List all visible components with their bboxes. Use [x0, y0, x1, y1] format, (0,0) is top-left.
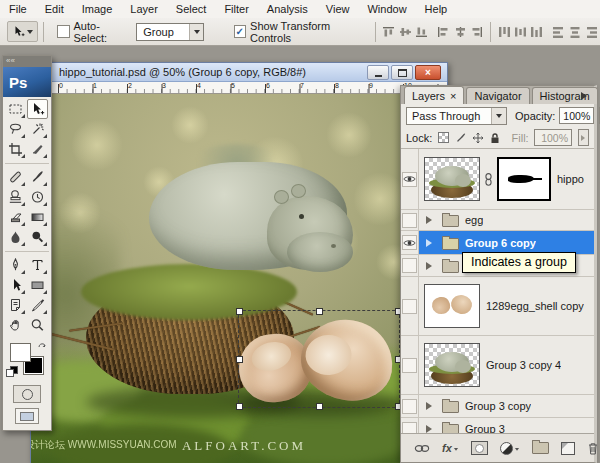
tool-history-brush-button[interactable] — [27, 187, 48, 207]
transform-handle-nw[interactable] — [236, 308, 243, 315]
visibility-toggle[interactable] — [402, 299, 417, 314]
tool-rectangular-marquee-button[interactable] — [5, 99, 26, 119]
fill-slider-button[interactable] — [578, 129, 589, 146]
expand-triangle-icon[interactable] — [426, 239, 436, 247]
new-layer-button[interactable] — [561, 442, 575, 455]
align-top-edges-button[interactable] — [381, 24, 397, 40]
new-group-button[interactable] — [532, 442, 549, 454]
close-button[interactable]: × — [415, 65, 441, 80]
menu-help[interactable]: Help — [416, 0, 457, 18]
align-vertical-centers-button[interactable] — [397, 24, 413, 40]
tool-magic-wand-button[interactable] — [27, 119, 48, 139]
distribute-top-edges-button[interactable] — [496, 24, 512, 40]
lock-transparency-icon[interactable] — [437, 131, 449, 144]
tool-crop-button[interactable] — [5, 139, 26, 159]
tool-clone-stamp-button[interactable] — [5, 187, 26, 207]
link-layers-button[interactable] — [414, 444, 430, 453]
align-left-edges-button[interactable] — [436, 24, 452, 40]
visibility-toggle[interactable] — [402, 235, 417, 250]
auto-select-checkbox[interactable] — [57, 25, 70, 38]
align-bottom-edges-button[interactable] — [414, 24, 430, 40]
expand-triangle-icon[interactable] — [426, 402, 436, 410]
expand-triangle-icon[interactable] — [426, 262, 436, 270]
tab-close-icon[interactable]: × — [450, 90, 456, 102]
tool-dodge-button[interactable] — [27, 227, 48, 247]
opacity-value[interactable]: 100% — [559, 107, 594, 124]
transform-handle-n[interactable] — [316, 308, 323, 315]
tool-shape-button[interactable] — [27, 275, 48, 295]
menu-view[interactable]: View — [317, 0, 359, 18]
visibility-toggle[interactable] — [402, 399, 417, 414]
lock-pixels-icon[interactable] — [455, 131, 467, 144]
visibility-toggle[interactable] — [402, 213, 417, 228]
tool-path-selection-button[interactable] — [5, 275, 26, 295]
foreground-color-swatch[interactable] — [10, 343, 31, 362]
layer-row-eggshell-copy[interactable]: 1289egg_shell copy — [401, 277, 594, 336]
layer-row-group3-copy[interactable]: Group 3 copy — [401, 395, 594, 418]
layer-name[interactable]: 1289egg_shell copy — [486, 300, 584, 312]
menu-window[interactable]: Window — [358, 0, 415, 18]
delete-layer-button[interactable] — [587, 442, 599, 455]
transform-handle-s[interactable] — [316, 403, 323, 410]
tool-move-button[interactable] — [27, 99, 48, 119]
move-tool-preset-button[interactable] — [7, 21, 38, 42]
layer-name[interactable]: Group 6 copy — [465, 237, 536, 249]
transform-bounding-box[interactable] — [238, 310, 400, 408]
visibility-toggle[interactable] — [402, 258, 417, 273]
tool-hand-button[interactable] — [5, 315, 26, 335]
menu-filter[interactable]: Filter — [215, 0, 257, 18]
tool-spot-healing-button[interactable] — [5, 167, 26, 187]
visibility-toggle[interactable] — [402, 172, 417, 187]
layer-name[interactable]: Group 3 copy — [465, 400, 531, 412]
add-layer-mask-button[interactable] — [471, 441, 488, 455]
tool-type-button[interactable] — [27, 255, 48, 275]
tool-eraser-button[interactable] — [5, 207, 26, 227]
show-transform-checkbox[interactable]: ✓ — [234, 25, 247, 38]
distribute-vertical-centers-button[interactable] — [512, 24, 528, 40]
minimize-button[interactable] — [367, 65, 389, 80]
layer-thumbnail[interactable] — [424, 157, 480, 201]
lock-position-icon[interactable] — [472, 131, 484, 144]
tool-lasso-button[interactable] — [5, 119, 26, 139]
adjustment-layer-button[interactable] — [500, 442, 520, 455]
menu-analysis[interactable]: Analysis — [258, 0, 317, 18]
layer-mask-thumbnail[interactable] — [497, 157, 551, 201]
layer-row-group3-copy4[interactable]: Group 3 copy 4 — [401, 336, 594, 395]
menu-layer[interactable]: Layer — [121, 0, 167, 18]
tool-notes-button[interactable] — [5, 295, 26, 315]
layer-thumbnail[interactable] — [424, 284, 480, 328]
layer-style-button[interactable]: fx — [442, 442, 459, 454]
align-right-edges-button[interactable] — [468, 24, 484, 40]
distribute-left-edges-button[interactable] — [551, 24, 567, 40]
mask-link-icon[interactable] — [484, 173, 493, 186]
tool-eyedropper-button[interactable] — [27, 295, 48, 315]
auto-select-dropdown[interactable]: Group — [136, 23, 204, 41]
menu-file[interactable]: File — [0, 0, 36, 18]
toolbox-header[interactable]: «« — [3, 56, 51, 67]
distribute-right-edges-button[interactable] — [584, 24, 600, 40]
expand-triangle-icon[interactable] — [426, 216, 436, 224]
layer-name[interactable]: hippo — [557, 173, 584, 185]
tool-zoom-button[interactable] — [27, 315, 48, 335]
lock-all-icon[interactable] — [489, 131, 501, 144]
distribute-bottom-edges-button[interactable] — [529, 24, 545, 40]
tool-brush-button[interactable] — [27, 167, 48, 187]
panel-menu-button[interactable] — [581, 92, 591, 100]
tool-blur-button[interactable] — [5, 227, 26, 247]
visibility-toggle[interactable] — [402, 358, 417, 373]
quick-mask-button[interactable] — [13, 385, 41, 403]
screen-mode-button[interactable] — [15, 408, 39, 424]
distribute-horizontal-centers-button[interactable] — [567, 24, 583, 40]
layer-thumbnail[interactable] — [424, 343, 480, 387]
menu-edit[interactable]: Edit — [36, 0, 73, 18]
document-title-bar[interactable]: hippo_tutorial.psd @ 50% (Group 6 copy, … — [31, 63, 447, 82]
default-colors-button[interactable] — [6, 366, 18, 377]
layer-row-hippo[interactable]: hippo — [401, 149, 594, 210]
align-horizontal-centers-button[interactable] — [452, 24, 468, 40]
transform-handle-w[interactable] — [236, 356, 243, 363]
transform-handle-sw[interactable] — [236, 403, 243, 410]
tab-navigator[interactable]: Navigator — [466, 87, 529, 104]
fill-value[interactable]: 100% — [534, 129, 572, 146]
menu-image[interactable]: Image — [73, 0, 122, 18]
maximize-button[interactable] — [391, 65, 413, 80]
